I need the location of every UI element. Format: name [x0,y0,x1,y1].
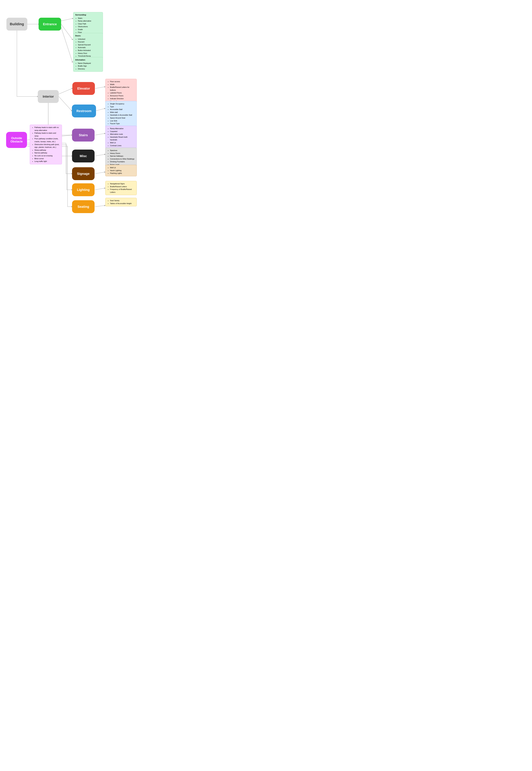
list-item: Single Occupancy [110,102,135,105]
list-item: Ramp Alternative [110,127,135,130]
list-item: Low Sink [110,119,135,122]
list-item: Braille/Raised Letters for buttons [110,86,135,92]
list-item: Well Lit [110,166,135,169]
list-item: Keycard [78,41,101,43]
list-item: No curb cut at crossing [34,154,60,157]
misc-box: SpaciousHeavy DoorsNarrow HallwaysConnec… [105,148,137,168]
svg-line-26 [95,154,105,156]
list-item: Contrast Lines [110,144,135,147]
list-item: Heavy Door [78,52,101,55]
misc-node: Misc [72,150,95,162]
list-item: Carpeted [110,130,135,133]
list-item: Ramp alternative [78,20,101,23]
list-item: Name Displayed [78,62,101,65]
svg-line-20 [95,87,105,88]
list-item: Labeled Floors [110,92,135,94]
svg-line-28 [95,172,105,174]
lighting-box: Navigational SignsBraille/Raised Letters… [105,181,137,195]
list-item: Type [110,105,135,108]
svg-line-2 [61,18,72,21]
seating-box: Seat VarietyTables of Accessible Height [105,198,137,206]
svg-line-6 [61,27,72,62]
outside-box: Pathway leads to stairs with no ramp alt… [30,125,62,164]
list-item: Grade [78,28,101,31]
svg-line-24 [95,133,105,135]
list-item: Well Lit [110,141,135,144]
list-item: Poor pathway condition (roots, cracks, b… [34,137,60,143]
list-item: Automatic [78,46,101,49]
entrance-information-box: Information: Name DisplayedBraille SignD… [73,57,103,72]
list-item: Pathway leads to stairs and ramp [34,132,60,137]
stairs-box: Ramp AlternativeCarpetedAlternative rout… [105,126,137,148]
entrance-node: Entrance [39,18,61,31]
building-node: Building [6,18,27,31]
svg-line-9 [59,88,72,94]
stairs-node: Stairs [72,129,95,142]
list-item: Long traffic light [34,160,60,163]
elevator-node: Elevator [72,82,95,95]
list-item: Braille/Raised Letters [110,185,135,188]
list-item: Blind corner [34,157,60,160]
list-item: Floor access [110,80,135,83]
list-item: Alternative route [110,133,135,136]
list-item: Indicate Direction [110,97,135,100]
list-item: Space Around Seat [110,117,135,119]
list-item: Navigational Signs [110,182,135,185]
list-item: Clear Path [78,23,101,25]
list-item: Narrow Hallways [110,155,135,158]
list-item: Narrow pathway [34,151,60,154]
list-item: Seat Variety [110,199,135,202]
list-item: Drinking Fountains [110,160,135,163]
restroom-node: Restroom [72,105,96,117]
entrance-doors-box: Doors: UnlockedKeycardSpecial KeycardAut… [73,33,103,59]
list-item: Tables of Accessible Height [110,202,135,205]
list-item: Handrails in Accessible Stall [110,114,135,117]
list-item: Spacious [110,149,135,152]
list-item: Obstruction blocking path (post, sign, p… [34,143,60,149]
list-item: Accessible Stall [110,108,135,111]
outside-node: Outside Obstacle [6,132,27,148]
list-item: Flashing Lights [110,172,135,175]
interior-node: Interior [38,90,59,103]
list-item: Obstructions [78,25,101,28]
list-item: Handrails/ Reach both handrails [110,136,135,141]
list-item: Heavy Doors [110,152,135,155]
elevator-box: Floor accessWidthBraille/Raised Letters … [105,79,137,104]
signage-box: Well LitHarsh LightingFlashing Lights [105,165,137,176]
list-item: Frequency of Braille/Raised Letters [110,188,135,194]
svg-line-30 [95,188,105,190]
svg-line-11 [59,96,72,111]
list-item: Button Activated [78,49,101,52]
entrance-surrounding-box: Surrounding: StairsRamp alternativeClear… [73,12,103,35]
list-item: Braille Sign [78,65,101,68]
seating-node: Seating [72,200,95,213]
lighting-node: Lighting [72,183,95,196]
svg-line-4 [61,24,72,39]
list-item: Directory [78,68,101,70]
signage-node: Signage [72,167,95,180]
list-item: Pathway leads to stairs with no ramp alt… [34,126,60,132]
list-item: Width [110,83,135,86]
list-item: Faucet Type [110,122,135,125]
list-item: Announce Floors [110,94,135,97]
list-item: Steep pathway [34,149,60,152]
list-item: Stairs [78,17,101,20]
svg-line-32 [95,206,105,207]
list-item: Harsh Lighting [110,169,135,172]
list-item: Wide stall [110,111,135,114]
list-item: Connections to Other Buildings [110,158,135,161]
list-item: Special Keycard [78,43,101,46]
list-item: Unlocked [78,38,101,41]
svg-line-22 [96,109,105,111]
